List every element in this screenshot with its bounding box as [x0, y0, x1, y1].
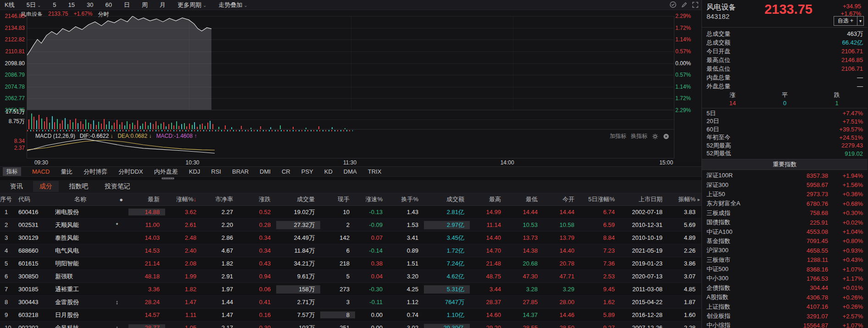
column-header-●[interactable]: ●	[106, 196, 128, 203]
index-row-深证100R[interactable]: 深证100R8357.38+1.94%	[707, 171, 863, 180]
indicator-tab-MACD[interactable]: MACD	[32, 168, 50, 175]
column-header-涨跌[interactable]: 涨跌	[239, 195, 276, 204]
indicator-tab-TRIX[interactable]: TRIX	[368, 168, 382, 175]
column-header-成交额[interactable]: 成交额	[424, 195, 470, 204]
toolbar-item-5[interactable]: 5	[53, 1, 56, 8]
table-row-2[interactable]: 2002531天顺风能*11.002.612.200.2827.32万2-0.0…	[0, 219, 701, 232]
index-row-上证50[interactable]: 上证502973.73+0.36%	[707, 190, 863, 199]
watchlist-label[interactable]: 自选 +	[834, 16, 857, 26]
index-row-东方财富全A[interactable]: 东方财富全A6780.76+0.68%	[707, 199, 863, 208]
volume-axis-label: 17.51万	[0, 109, 25, 114]
gear-icon[interactable]	[652, 133, 658, 140]
sort-desc-icon[interactable]: ↓	[194, 196, 197, 203]
index-row-上证指数[interactable]: 上证指数4107.16+0.26%	[707, 302, 863, 311]
scroll-right-arrow-icon[interactable]: ▸	[697, 197, 700, 203]
column-header-换手%[interactable]: 换手%	[388, 195, 424, 204]
index-row-三板做市[interactable]: 三板做市1288.11+0.43%	[707, 255, 863, 265]
toolbar-item-15[interactable]: 15	[68, 1, 75, 8]
add-indicator-button[interactable]: 加指标	[610, 132, 626, 140]
column-header-名称[interactable]: 名称	[55, 195, 106, 204]
index-row-基金指数[interactable]: 基金指数7091.45+0.80%	[707, 237, 863, 246]
table-row-6[interactable]: 6300850新强联48.181.992.910.949.61万50.043.2…	[0, 270, 701, 283]
switch-indicator-button[interactable]: 换指标	[631, 132, 647, 140]
indicator-tab-DMI[interactable]: DMI	[260, 168, 271, 175]
column-header-涨速%[interactable]: 涨速%	[355, 195, 388, 204]
table-row-8[interactable]: 8300443金雷股份↕28.241.471.440.412.71万3-0.11…	[0, 296, 701, 309]
content-tab-资讯[interactable]: 资讯	[4, 181, 29, 192]
indicator-tab-KD[interactable]: KD	[324, 168, 333, 175]
table-row-3[interactable]: 3300129泰胜风能14.032.482.860.3424.49万1420.0…	[0, 232, 701, 244]
toolbar-item-日[interactable]: 日	[124, 1, 130, 9]
table-row-10[interactable]: 10002202金风科技↕28.771.052.170.30103万2510.0…	[0, 322, 701, 328]
column-header-现手[interactable]: 现手	[320, 195, 355, 204]
circle-check-icon[interactable]	[669, 1, 677, 8]
index-row-中证A100[interactable]: 中证A1004553.08+1.04%	[707, 227, 863, 236]
toolbar-item-月[interactable]: 月	[160, 1, 166, 9]
column-header-最低[interactable]: 最低	[506, 195, 543, 204]
indicator-tab-RSI[interactable]: RSI	[211, 168, 221, 175]
price-pane[interactable]	[27, 16, 674, 110]
macd-pane[interactable]: MACD (12,26,9) DIF:-0.6622 ↓ DEA:0.0682 …	[27, 130, 674, 158]
table-row-5[interactable]: 5601615明阳智能21.142.081.820.4334.21万2180.3…	[0, 257, 701, 270]
table-row-7[interactable]: 7300185通裕重工3.361.821.970.06158万273-0.304…	[0, 283, 701, 296]
column-header-代码[interactable]: 代码	[18, 195, 55, 204]
fullscreen-icon[interactable]	[692, 1, 699, 8]
cell: 10	[0, 324, 18, 328]
cell: 14.46	[543, 311, 580, 318]
column-header-涨幅%[interactable]: 涨幅%↓	[165, 195, 202, 204]
index-row-中证500[interactable]: 中证5008368.16+1.07%	[707, 265, 863, 274]
add-to-watchlist-button[interactable]: 自选 + ▾	[834, 16, 864, 26]
index-row-沪深300[interactable]: 沪深3004658.55+0.93%	[707, 246, 863, 255]
indicator-tab-量比[interactable]: 量比	[61, 168, 72, 176]
table-row-4[interactable]: 4688660电气风电14.532.404.670.3411.84万6-0.14…	[0, 244, 701, 257]
index-row-A股指数[interactable]: A股指数4306.78+0.26%	[707, 293, 863, 302]
column-header-最新[interactable]: 最新	[128, 195, 165, 204]
table-row-9[interactable]: 9603218日月股份14.571.111.470.167.57万80.000.…	[0, 309, 701, 322]
close-icon[interactable]	[663, 133, 669, 140]
index-row-深证300[interactable]: 深证3005958.67+1.56%	[707, 180, 863, 189]
toolbar-item-K线[interactable]: K线	[5, 1, 15, 9]
column-header-市净率[interactable]: 市净率	[202, 195, 239, 204]
column-header-上市日期[interactable]: 上市日期	[620, 195, 668, 204]
cell: 天顺风能	[55, 221, 106, 229]
indicator-tab-BRAR[interactable]: BRAR	[232, 168, 249, 175]
toolbar-item-5日[interactable]: 5日⌄	[27, 1, 41, 9]
indicator-tab-CR[interactable]: CR	[282, 168, 290, 175]
toolbar-item-更多周期[interactable]: 更多周期⌄	[178, 1, 206, 9]
chart-toolbar-icons	[669, 1, 699, 8]
indicator-tab-内外盘差[interactable]: 内外盘差	[154, 168, 178, 176]
column-header-振幅%[interactable]: 振幅%	[668, 195, 701, 204]
index-row-中小300[interactable]: 中小3001766.53+1.17%	[707, 274, 863, 283]
column-header-今开[interactable]: 今开	[543, 195, 580, 204]
indicator-tab-KDJ[interactable]: KDJ	[189, 168, 200, 175]
toolbar-item-周[interactable]: 周	[142, 1, 148, 9]
column-header-5日涨幅%[interactable]: 5日涨幅%	[580, 195, 620, 204]
pen-icon[interactable]	[681, 1, 688, 8]
column-header-成交量[interactable]: 成交量	[276, 195, 320, 204]
stat-value: 66.42亿	[842, 39, 863, 47]
content-tab-投资笔记[interactable]: 投资笔记	[98, 181, 137, 192]
content-tab-指数吧[interactable]: 指数吧	[62, 181, 95, 192]
stat-label: 总成交额	[707, 39, 730, 47]
index-row-企债指数[interactable]: 企债指数304.44+0.01%	[707, 283, 863, 293]
index-row-三板成指[interactable]: 三板成指758.68+0.30%	[707, 209, 863, 218]
toolbar-item-30[interactable]: 30	[87, 1, 93, 8]
cell: 1.99	[165, 273, 202, 280]
index-row-中小综指[interactable]: 中小综指15564.87+1.07%	[707, 321, 863, 328]
toolbar-item-60[interactable]: 60	[105, 1, 111, 8]
index-row-创业板指[interactable]: 创业板指3291.07+2.57%	[707, 311, 863, 321]
chevron-down-icon[interactable]: ▾	[857, 16, 864, 26]
volume-pane[interactable]	[27, 110, 674, 130]
index-row-国债指数[interactable]: 国债指数225.91+0.02%	[707, 218, 863, 227]
indicator-tab-DMA[interactable]: DMA	[344, 168, 357, 175]
content-tab-成分[interactable]: 成分	[33, 181, 59, 192]
volume-bar	[122, 122, 122, 129]
table-row-1[interactable]: 1600416湘电股份14.883.622.270.5219.02万10-0.1…	[0, 206, 701, 219]
indicator-tab-分时博弈[interactable]: 分时博弈	[83, 168, 107, 176]
column-header-序号[interactable]: 序号	[0, 195, 18, 204]
column-header-最高[interactable]: 最高	[470, 195, 506, 204]
indicator-tab-分时DDX[interactable]: 分时DDX	[118, 168, 143, 176]
scrollbar-thumb[interactable]	[161, 177, 174, 180]
indicator-tab-PSY[interactable]: PSY	[301, 168, 313, 175]
toolbar-item-走势叠加[interactable]: 走势叠加⌄	[218, 1, 247, 9]
